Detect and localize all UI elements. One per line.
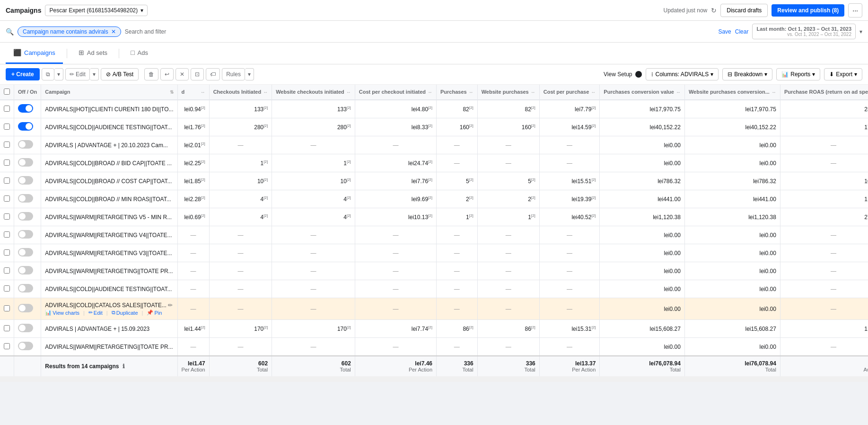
campaign-name-cell[interactable]: ADVIRALS||WARM||RETARGETING V4||TOATE... — [41, 226, 177, 244]
select-all-checkbox[interactable] — [4, 89, 10, 95]
clear-filter-link[interactable]: Clear — [735, 28, 749, 35]
campaign-name-link[interactable]: ADVIRALS||HOT||CLIENTI CURENTI 180 DI||T… — [45, 106, 173, 113]
toggle-switch[interactable] — [18, 248, 33, 257]
breakdown-button[interactable]: ⊟ Breakdown ▾ — [722, 68, 772, 80]
campaign-name-link[interactable]: ADVIRALS||COLD||AUDIENCE TESTING||TOAT..… — [45, 286, 172, 292]
edit-link[interactable]: ✏ Edit — [88, 310, 103, 316]
columns-button[interactable]: ⫶ Columns: ADVIRALS ▾ — [646, 68, 719, 80]
campaign-name-cell[interactable]: ADVIRALS||WARM||RETARGETING||TOATE PR... — [41, 338, 177, 356]
toggle-switch[interactable] — [18, 324, 33, 332]
toggle-switch-label[interactable] — [18, 212, 33, 221]
campaign-name-link[interactable]: ADVIRALS||WARM||RETARGETING||TOATE PR... — [45, 268, 173, 274]
refresh-icon[interactable]: ↻ — [711, 7, 717, 14]
campaign-name-cell[interactable]: ADVIRALS||COLD||BROAD // COST CAP||TOAT.… — [41, 172, 177, 190]
edit-button[interactable]: ✏ Edit — [65, 68, 90, 80]
row-toggle-cell[interactable] — [14, 172, 41, 190]
campaign-name-cell[interactable]: ADVIRALS||HOT||CLIENTI CURENTI 180 DI||T… — [41, 100, 177, 118]
toggle-switch-label[interactable] — [18, 230, 33, 239]
toggle-switch[interactable] — [18, 122, 33, 131]
row-checkbox[interactable] — [4, 249, 10, 256]
row-checkbox-cell[interactable] — [0, 136, 14, 154]
toggle-switch-label[interactable] — [18, 176, 33, 185]
campaign-name-link[interactable]: ADVIRALS||WARM||RETARGETING V4||TOATE... — [45, 232, 172, 239]
campaign-name-link[interactable]: ADVIRALS | ADVANTAGE + | 20.10.2023 Cam.… — [45, 142, 168, 149]
rules-dropdown-button[interactable]: ▾ — [245, 68, 254, 80]
toggle-switch[interactable] — [18, 194, 33, 203]
header-cost-per-checkout[interactable]: Cost per checkout initiated↔ — [355, 85, 436, 100]
header-purchase-roas[interactable]: Purchase ROAS (return on ad spend)↔ — [780, 85, 868, 100]
row-checkbox-cell[interactable] — [0, 118, 14, 136]
row-toggle-cell[interactable] — [14, 100, 41, 118]
toggle-switch[interactable] — [18, 104, 33, 113]
toggle-switch-label[interactable] — [18, 158, 33, 167]
campaign-name-link[interactable]: ADVIRALS | ADVANTAGE + | 15.09.2023 — [45, 326, 149, 332]
row-checkbox[interactable] — [4, 267, 10, 274]
header-checkouts-initiated[interactable]: Checkouts Initiated↔ — [209, 85, 272, 100]
toggle-switch[interactable] — [18, 176, 33, 185]
edit-dropdown-button[interactable]: ▾ — [90, 68, 99, 80]
toggle-switch[interactable] — [18, 284, 33, 292]
row-checkbox-cell[interactable] — [0, 154, 14, 172]
row-toggle-cell[interactable] — [14, 280, 41, 298]
toggle-switch-label[interactable] — [18, 342, 33, 350]
row-toggle-cell[interactable] — [14, 118, 41, 136]
campaign-name-cell[interactable]: ADVIRALS||WARM||RETARGETING V5 - MIN R..… — [41, 208, 177, 226]
reports-button[interactable]: 📊 Reports ▾ — [776, 68, 820, 80]
header-budget[interactable]: d↔ — [177, 85, 209, 100]
ab-test-button[interactable]: ⊘ A/B Test — [101, 68, 139, 80]
row-checkbox-cell[interactable] — [0, 208, 14, 226]
header-campaign[interactable]: Campaign⇅ — [41, 85, 177, 100]
campaign-name-link[interactable]: ADVIRALS||COLD||BROAD // COST CAP||TOAT.… — [45, 178, 172, 185]
view-setup-button[interactable]: View Setup — [604, 71, 642, 78]
row-checkbox[interactable] — [4, 106, 10, 112]
campaign-name-cell[interactable]: ADVIRALS||COLD||CATALOS SALES||TOATE... … — [41, 298, 177, 320]
header-purchases-conversion-value[interactable]: Purchases conversion value↔ — [600, 85, 685, 100]
row-checkbox-cell[interactable] — [0, 298, 14, 320]
duplicate-button[interactable]: ⊡ — [191, 68, 204, 80]
row-checkbox[interactable] — [4, 195, 10, 202]
toggle-switch[interactable] — [18, 158, 33, 167]
campaign-name-link[interactable]: ADVIRALS||COLD||BROAD // BID CAP||TOATE … — [45, 160, 172, 167]
toggle-switch-label[interactable] — [18, 140, 33, 149]
delete-button[interactable]: 🗑 — [144, 68, 158, 80]
header-checkbox[interactable] — [0, 85, 14, 100]
row-toggle-cell[interactable] — [14, 338, 41, 356]
export-button[interactable]: ⬇ Export ▾ — [824, 68, 862, 80]
campaign-name-link[interactable]: ADVIRALS||WARM||RETARGETING V5 - MIN R..… — [45, 214, 172, 221]
header-website-checkouts[interactable]: Website checkouts initiated↔ — [272, 85, 355, 100]
campaign-name-link[interactable]: ADVIRALS||WARM||RETARGETING V3||TOATE... — [45, 250, 172, 257]
header-website-purchases[interactable]: Website purchases↔ — [477, 85, 539, 100]
row-toggle-cell[interactable] — [14, 262, 41, 280]
toggle-switch-label[interactable] — [18, 266, 33, 274]
toggle-switch-label[interactable] — [18, 284, 33, 292]
discard-drafts-button[interactable]: Discard drafts — [720, 4, 768, 17]
save-filter-link[interactable]: Save — [718, 28, 731, 35]
header-website-purchases-conversion[interactable]: Website purchases conversion...↔ — [684, 85, 780, 100]
rules-button[interactable]: Rules — [222, 68, 245, 80]
row-checkbox-cell[interactable] — [0, 320, 14, 338]
campaign-name-link[interactable]: ADVIRALS||COLD||BROAD // MIN ROAS||TOAT.… — [45, 196, 171, 203]
toggle-switch-label[interactable] — [18, 304, 33, 312]
undo-button[interactable]: ↩ — [160, 68, 174, 80]
tab-adsets[interactable]: ⊞ Ad sets — [71, 43, 115, 64]
row-toggle-cell[interactable] — [14, 298, 41, 320]
row-checkbox[interactable] — [4, 325, 10, 331]
toggle-switch[interactable] — [18, 266, 33, 274]
campaign-name-cell[interactable]: ADVIRALS||COLD||AUDIENCE TESTING||TOAT..… — [41, 280, 177, 298]
toggle-switch[interactable] — [18, 140, 33, 149]
pin-link[interactable]: 📌 Pin — [147, 310, 162, 316]
review-publish-button[interactable]: Review and publish (8) — [772, 4, 844, 17]
toggle-switch[interactable] — [18, 342, 33, 350]
campaign-selector[interactable]: Pescar Expert (616815345498202) ▾ — [45, 5, 148, 16]
tab-campaigns[interactable]: ⬛ Campaigns — [6, 43, 63, 64]
toggle-switch-label[interactable] — [18, 104, 33, 113]
row-checkbox-cell[interactable] — [0, 262, 14, 280]
campaign-name-cell[interactable]: ADVIRALS||COLD||BROAD // BID CAP||TOATE … — [41, 154, 177, 172]
tag-button[interactable]: 🏷 — [206, 68, 220, 80]
toggle-switch-label[interactable] — [18, 122, 33, 131]
campaign-name-link[interactable]: ADVIRALS||WARM||RETARGETING||TOATE PR... — [45, 344, 173, 350]
copy-button[interactable]: ⧉ — [42, 68, 54, 80]
campaign-name-cell[interactable]: ADVIRALS||COLD||AUDIENCE TESTING||TOAT..… — [41, 118, 177, 136]
campaign-name-link[interactable]: ADVIRALS||COLD||AUDIENCE TESTING||TOAT..… — [45, 124, 172, 131]
campaign-name-cell[interactable]: ADVIRALS||WARM||RETARGETING||TOATE PR... — [41, 262, 177, 280]
